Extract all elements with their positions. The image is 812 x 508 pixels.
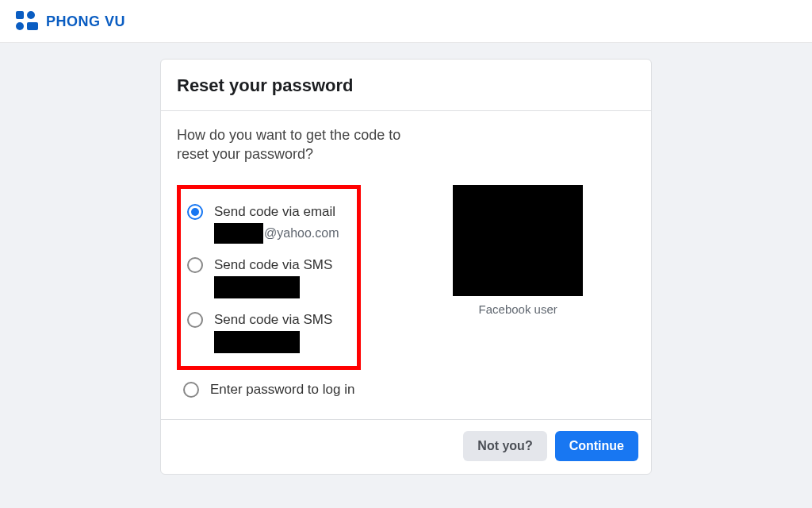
radio-unselected-icon[interactable] <box>187 257 203 273</box>
card-body: How do you want to get the code to reset… <box>161 111 651 419</box>
option-send-code-email[interactable]: Send code via email @yahoo.com <box>187 200 350 247</box>
radio-selected-icon[interactable] <box>187 204 203 220</box>
email-domain: @yahoo.com <box>264 226 339 240</box>
profile-column: Facebook user <box>361 185 635 408</box>
continue-button[interactable]: Continue <box>555 431 638 461</box>
radio-unselected-icon[interactable] <box>183 382 199 398</box>
page-header: PHONG VU <box>0 0 812 43</box>
redacted-phone <box>214 276 300 298</box>
page-body: Reset your password How do you want to g… <box>0 43 812 475</box>
prompt-text: How do you want to get the code to reset… <box>177 125 423 164</box>
option-enter-password[interactable]: Enter password to log in <box>183 378 354 401</box>
option-label: Send code via SMS <box>214 311 332 328</box>
redacted-email-local <box>214 223 263 244</box>
brand-name: PHONG VU <box>46 13 125 30</box>
options-column: Send code via email @yahoo.com Send code… <box>177 185 361 408</box>
option-label: Send code via SMS <box>214 256 332 273</box>
reset-password-card: Reset your password How do you want to g… <box>160 59 652 475</box>
brand-logo[interactable]: PHONG VU <box>16 11 796 32</box>
option-send-code-sms-2[interactable]: Send code via SMS <box>187 308 350 356</box>
highlighted-options-box: Send code via email @yahoo.com Send code… <box>177 185 361 371</box>
card-footer: Not you? Continue <box>161 419 651 474</box>
logo-icon <box>16 11 41 32</box>
redacted-phone <box>214 331 300 353</box>
avatar <box>453 185 583 296</box>
option-label: Send code via email <box>214 203 339 220</box>
card-header: Reset your password <box>161 60 651 111</box>
not-you-button[interactable]: Not you? <box>463 431 546 461</box>
card-title: Reset your password <box>177 75 635 96</box>
radio-unselected-icon[interactable] <box>187 312 203 328</box>
option-label: Enter password to log in <box>210 381 354 398</box>
profile-name: Facebook user <box>479 302 557 316</box>
option-send-code-sms-1[interactable]: Send code via SMS <box>187 253 350 302</box>
